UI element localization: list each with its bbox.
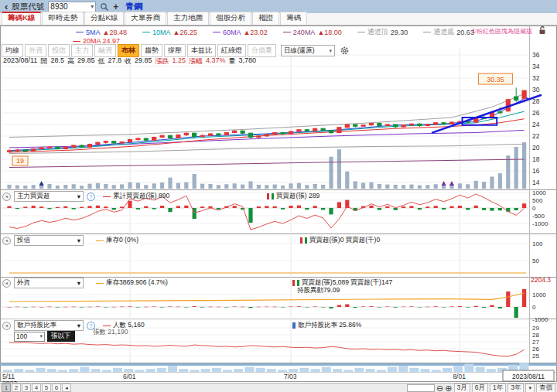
add-watch-button[interactable]: + [113, 2, 118, 12]
page-button-3[interactable]: 3 [22, 383, 31, 392]
svg-text:14: 14 [532, 179, 540, 186]
pane4-header: ◄ 外資▾ 庫存3869.906 (4.7%) 買賣超(張)5,089 買賣超(… [0, 278, 529, 288]
page-button-5[interactable]: 5 [42, 383, 51, 392]
range-button-3年[interactable]: 3年 [507, 383, 524, 392]
indicator-button-2[interactable]: 投信 [48, 44, 70, 57]
pane5-indicator-select[interactable]: 散戶持股比率▾ [14, 320, 84, 331]
page-button-1[interactable]: 1 [2, 383, 11, 392]
tab-1[interactable]: 即時走勢 [42, 12, 84, 25]
filter-unit-tooltip: 張以下 [47, 331, 75, 342]
line-swatch [96, 283, 104, 284]
page-button-4[interactable]: 4 [32, 383, 41, 392]
ma-legend-row: 5MA▲28.4810MA▲26.2560MA▲23.02240MA▲18.00… [76, 27, 474, 37]
pane2-indicator-value: 主力買賣超 [17, 192, 50, 201]
indicator-button-8[interactable]: 本益比 [187, 44, 216, 57]
pane2-line-legend: 累計買賣超(張) 890 [103, 192, 169, 201]
tab-4[interactable]: 主力地圖 [167, 12, 209, 25]
tab-2[interactable]: 分點K線 [84, 12, 124, 25]
back-button[interactable]: ‹ [5, 1, 8, 12]
period-select[interactable]: 日線(還原)▾ [281, 45, 335, 56]
close-label: 收 [125, 56, 132, 66]
svg-text:50: 50 [532, 257, 539, 264]
indicator-button-4[interactable]: 融資 [94, 44, 116, 57]
page-button-6[interactable]: 6 [52, 383, 61, 392]
change-value: 1.25 [173, 56, 186, 66]
zoom-out-icon[interactable]: ⊖ [436, 384, 443, 392]
svg-text:100: 100 [532, 240, 543, 247]
indicator-button-7[interactable]: 撐壓 [164, 44, 186, 57]
svg-text:7/03: 7/03 [284, 373, 297, 380]
tab-7[interactable]: 籌碼 [280, 12, 307, 25]
pane2-collapse-icon[interactable]: ◄ [2, 193, 11, 201]
range-button-3月[interactable]: 3月 [454, 383, 470, 392]
pane5-shares-legend: 張數 21,190 [93, 328, 128, 337]
indicator-button-1[interactable]: 外資 [25, 44, 46, 57]
tab-3[interactable]: 大單券商 [125, 12, 166, 25]
indicator-button-6[interactable]: 趨勢 [141, 44, 162, 57]
pane3-indicator-select[interactable]: 投信▾ [14, 235, 84, 246]
stock-code-input[interactable]: 8930 ▾ [48, 2, 96, 12]
svg-text:26: 26 [532, 109, 540, 117]
line-swatch [103, 326, 111, 326]
stock-code-value: 8930 [50, 2, 67, 11]
page-button-2[interactable]: 2 [12, 383, 21, 392]
pane5-indicator-value: 散戶持股比率 [17, 321, 56, 330]
svg-text:29: 29 [532, 325, 539, 332]
indicator-button-5[interactable]: 布林 [118, 44, 139, 57]
range-more-button[interactable]: ▾ [525, 383, 535, 392]
svg-text:34: 34 [532, 63, 540, 70]
range-button-1年[interactable]: 1年 [490, 383, 506, 392]
bar-swatch-blue [292, 322, 296, 329]
tab-5[interactable]: 個股分析 [210, 12, 251, 25]
settings-gear-icon[interactable] [340, 46, 350, 56]
svg-text:1000: 1000 [532, 291, 546, 298]
pane3-line-legend-text: 庫存0 (0%) [106, 236, 138, 245]
ma-legend-item-通道頂: 通道頂29.30 [357, 27, 408, 37]
ma-value: 29.30 [391, 29, 408, 36]
zoom-in-icon[interactable]: ⊕ [445, 384, 452, 392]
line-swatch [96, 240, 104, 241]
pane2-indicator-select[interactable]: 主力買賣超▾ [14, 191, 84, 202]
indicator-button-0[interactable]: 均線 [2, 44, 23, 57]
chevron-down-icon: ▾ [77, 193, 80, 200]
indicator-button-3[interactable]: 主力 [71, 44, 93, 57]
search-icon[interactable] [100, 2, 109, 12]
goto-date-input[interactable] [407, 384, 435, 392]
pane4-indicator-select[interactable]: 外資▾ [14, 278, 84, 288]
ma20-line-swatch [73, 41, 80, 42]
svg-text:32: 32 [532, 74, 540, 82]
pane4-collapse-icon[interactable]: ◄ [2, 279, 11, 288]
ma-value: ▲28.48 [103, 29, 127, 36]
line-swatch [357, 32, 365, 32]
filter-input[interactable]: 100 ▾ [14, 332, 45, 342]
pct-label: 漲幅 [189, 56, 203, 66]
ma-legend-item-通道底: 通道底20.63 [423, 27, 474, 37]
unlock-icon[interactable] [538, 26, 546, 35]
svg-text:8/01: 8/01 [453, 373, 466, 380]
pane3-collapse-icon[interactable]: ◄ [2, 237, 11, 245]
svg-text:26: 26 [532, 346, 539, 353]
ma-legend-item-10MA: 10MA▲26.25 [142, 29, 197, 36]
pane3-bar-legend: 買賣超(張)0 買賣超(千)0 [300, 236, 380, 245]
indicator-button-9[interactable]: 紅綠燈 [217, 44, 246, 57]
ohlc-date: 2023/08/11 [3, 56, 37, 66]
line-swatch [76, 32, 84, 32]
tab-0[interactable]: 籌碼K線 [2, 12, 41, 25]
line-swatch [213, 32, 220, 32]
pane2-help-icon[interactable]: ? [87, 193, 95, 201]
svg-text:22: 22 [532, 132, 540, 140]
pct-value: 4.37% [206, 56, 226, 66]
price-check-button[interactable]: 查價 [536, 383, 555, 392]
indicator-button-10[interactable]: 分價量 [248, 44, 276, 57]
svg-text:28: 28 [532, 332, 539, 339]
svg-text:30: 30 [532, 86, 540, 94]
ma-value: ▲26.25 [173, 29, 196, 36]
pager-more-button[interactable]: ◄ [62, 383, 71, 392]
pane5-collapse-icon[interactable]: ◄ [2, 322, 11, 330]
tab-6[interactable]: 權證 [252, 12, 279, 25]
ma-label: 240MA [293, 29, 316, 36]
range-button-6月[interactable]: 6月 [472, 383, 488, 392]
pane2-header: ◄ 主力買賣超▾ ? 累計買賣超(張) 890 買賣超(張) 289 [0, 191, 529, 202]
filter-value: 100 [16, 332, 27, 340]
svg-text:2204.3: 2204.3 [531, 276, 551, 284]
